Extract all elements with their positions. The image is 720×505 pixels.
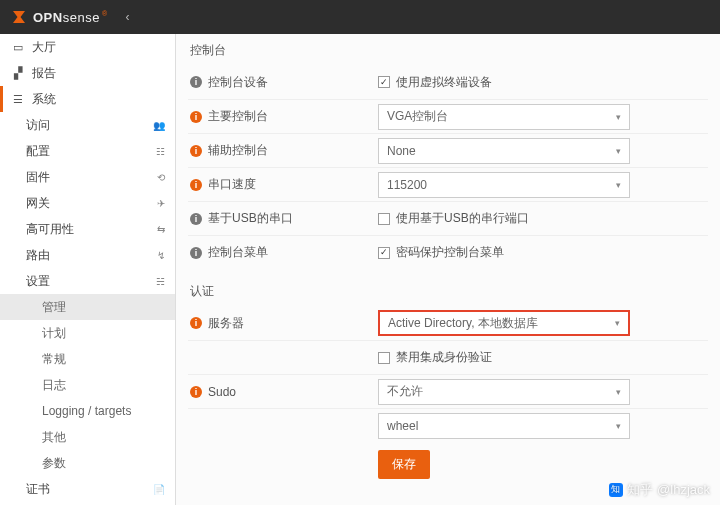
chevron-down-icon: ▾ bbox=[615, 318, 620, 328]
info-icon[interactable]: i bbox=[190, 145, 202, 157]
sidebar-item-mgmt[interactable]: 管理 bbox=[0, 294, 175, 320]
sliders-icon: ☷ bbox=[156, 146, 165, 157]
row-console-menu: i控制台菜单 密码保护控制台菜单 bbox=[188, 235, 708, 269]
sidebar: ▭大厅 ▞报告 ☰系统 访问👥 配置☷ 固件⟲ 网关✈ 高可用性⇆ 路由↯ 设置… bbox=[0, 34, 176, 505]
row-usb-serial: i基于USB的串口 使用基于USB的串行端口 bbox=[188, 201, 708, 235]
sidebar-item-lobby[interactable]: ▭大厅 bbox=[0, 34, 175, 60]
sidebar-item-sched[interactable]: 计划 bbox=[0, 320, 175, 346]
app-header: OPNsense® ‹ bbox=[0, 0, 720, 34]
info-icon[interactable]: i bbox=[190, 317, 202, 329]
sidebar-item-params[interactable]: 参数 bbox=[0, 450, 175, 476]
sidebar-item-settings[interactable]: 设置☵ bbox=[0, 268, 175, 294]
select-sudo[interactable]: 不允许▾ bbox=[378, 379, 630, 405]
row-console-dev: i控制台设备 使用虚拟终端设备 bbox=[188, 65, 708, 99]
info-icon[interactable]: i bbox=[190, 111, 202, 123]
sidebar-item-logtargets[interactable]: Logging / targets bbox=[0, 398, 175, 424]
sidebar-item-config[interactable]: 配置☷ bbox=[0, 138, 175, 164]
settings-icon: ☵ bbox=[156, 276, 165, 287]
checkbox-console-menu[interactable] bbox=[378, 247, 390, 259]
sync-icon: ⇆ bbox=[157, 224, 165, 235]
info-icon[interactable]: i bbox=[190, 179, 202, 191]
check-label: 密码保护控制台菜单 bbox=[396, 244, 504, 261]
cert-icon: 📄 bbox=[153, 484, 165, 495]
main-content: 控制台 i控制台设备 使用虚拟终端设备 i主要控制台 VGA控制台▾ i辅助控制… bbox=[176, 34, 720, 505]
label-secondary-console: 辅助控制台 bbox=[208, 142, 268, 159]
row-primary-console: i主要控制台 VGA控制台▾ bbox=[188, 99, 708, 133]
brand-text: OPNsense® bbox=[33, 10, 108, 25]
check-label: 使用基于USB的串行端口 bbox=[396, 210, 529, 227]
brand-mark-icon bbox=[10, 8, 28, 26]
sidebar-item-misc[interactable]: 其他 bbox=[0, 424, 175, 450]
chevron-down-icon: ▾ bbox=[616, 180, 621, 190]
sidebar-item-general[interactable]: 常规 bbox=[0, 346, 175, 372]
info-icon[interactable]: i bbox=[190, 76, 202, 88]
sidebar-item-logs[interactable]: 日志 bbox=[0, 372, 175, 398]
checkbox-virtual-terminal[interactable] bbox=[378, 76, 390, 88]
collapse-nav-icon[interactable]: ‹ bbox=[126, 10, 130, 24]
sidebar-item-access[interactable]: 访问👥 bbox=[0, 112, 175, 138]
label-serial-speed: 串口速度 bbox=[208, 176, 256, 193]
row-sudo-group: wheel▾ bbox=[188, 408, 708, 442]
monitor-icon: ▭ bbox=[10, 41, 26, 54]
send-icon: ✈ bbox=[157, 198, 165, 209]
sidebar-item-report[interactable]: ▞报告 bbox=[0, 60, 175, 86]
brand-logo: OPNsense® bbox=[10, 8, 108, 26]
info-icon[interactable]: i bbox=[190, 213, 202, 225]
sidebar-item-ha[interactable]: 高可用性⇆ bbox=[0, 216, 175, 242]
sidebar-item-system[interactable]: ☰系统 bbox=[0, 86, 175, 112]
row-disable-iauth: 禁用集成身份验证 bbox=[188, 340, 708, 374]
chevron-down-icon: ▾ bbox=[616, 146, 621, 156]
server-icon: ☰ bbox=[10, 93, 26, 106]
label-server: 服务器 bbox=[208, 315, 244, 332]
sidebar-item-cert[interactable]: 证书📄 bbox=[0, 476, 175, 502]
refresh-icon: ⟲ bbox=[157, 172, 165, 183]
sidebar-item-gateway[interactable]: 网关✈ bbox=[0, 190, 175, 216]
row-serial-speed: i串口速度 115200▾ bbox=[188, 167, 708, 201]
select-auth-server[interactable]: Active Directory, 本地数据库▾ bbox=[378, 310, 630, 336]
chart-icon: ▞ bbox=[10, 67, 26, 80]
checkbox-usb-serial[interactable] bbox=[378, 213, 390, 225]
select-primary-console[interactable]: VGA控制台▾ bbox=[378, 104, 630, 130]
info-icon[interactable]: i bbox=[190, 247, 202, 259]
chevron-down-icon: ▾ bbox=[616, 112, 621, 122]
label-console-menu: 控制台菜单 bbox=[208, 244, 268, 261]
chevron-down-icon: ▾ bbox=[616, 387, 621, 397]
checkbox-disable-iauth[interactable] bbox=[378, 352, 390, 364]
section-auth-title: 认证 bbox=[188, 279, 708, 306]
select-sudo-group[interactable]: wheel▾ bbox=[378, 413, 630, 439]
chevron-down-icon: ▾ bbox=[616, 421, 621, 431]
sidebar-item-route[interactable]: 路由↯ bbox=[0, 242, 175, 268]
zhihu-icon bbox=[609, 483, 623, 497]
section-console-title: 控制台 bbox=[188, 38, 708, 65]
info-icon[interactable]: i bbox=[190, 386, 202, 398]
check-label: 禁用集成身份验证 bbox=[396, 349, 492, 366]
row-secondary-console: i辅助控制台 None▾ bbox=[188, 133, 708, 167]
check-label: 使用虚拟终端设备 bbox=[396, 74, 492, 91]
save-button[interactable]: 保存 bbox=[378, 450, 430, 479]
row-server: i服务器 Active Directory, 本地数据库▾ bbox=[188, 306, 708, 340]
row-sudo: iSudo 不允许▾ bbox=[188, 374, 708, 408]
route-icon: ↯ bbox=[157, 250, 165, 261]
users-icon: 👥 bbox=[153, 120, 165, 131]
select-serial-speed[interactable]: 115200▾ bbox=[378, 172, 630, 198]
watermark: 知乎 @lhzjack bbox=[609, 481, 710, 499]
sidebar-item-firmware[interactable]: 固件⟲ bbox=[0, 164, 175, 190]
select-secondary-console[interactable]: None▾ bbox=[378, 138, 630, 164]
label-sudo: Sudo bbox=[208, 385, 236, 399]
label-primary-console: 主要控制台 bbox=[208, 108, 268, 125]
label-console-dev: 控制台设备 bbox=[208, 74, 268, 91]
label-usb-serial: 基于USB的串口 bbox=[208, 210, 293, 227]
